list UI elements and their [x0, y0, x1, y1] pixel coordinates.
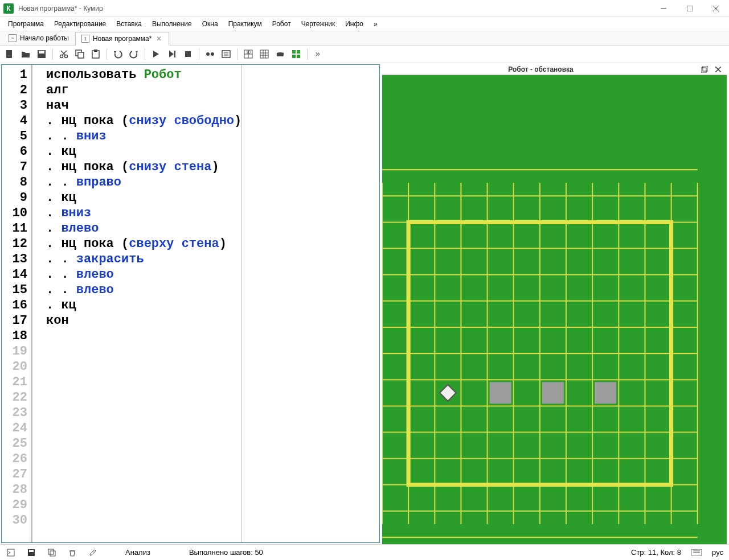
code-line[interactable]: . вниз [46, 205, 241, 221]
menu-программа[interactable]: Программа [3, 18, 48, 30]
code-line[interactable]: . . влево [46, 267, 241, 282]
line-number: 17 [2, 313, 27, 328]
line-number: 19 [2, 344, 27, 359]
sb-save-icon[interactable] [26, 547, 36, 558]
new-icon[interactable] [3, 48, 16, 60]
svg-rect-15 [174, 51, 175, 57]
toolbar-separator [52, 48, 53, 60]
menu-инфо[interactable]: Инфо [341, 18, 368, 30]
svg-point-18 [211, 52, 214, 56]
editor-section: 1234567891011121314151617181920212223242… [1, 64, 380, 543]
code-line[interactable]: . нц пока (сверху стена) [46, 236, 241, 252]
window-title: Новая программа* - Кумир [18, 5, 650, 13]
paste-icon[interactable] [89, 48, 102, 60]
status-steps: Выполнено шагов: 50 [189, 548, 263, 557]
maximize-button[interactable] [677, 0, 703, 17]
grid1-icon[interactable]: 10 [242, 48, 255, 60]
tab-Начало работы[interactable]: ~Начало работы [2, 31, 75, 45]
code-line[interactable]: кон [46, 313, 241, 328]
svg-point-17 [206, 52, 210, 56]
code-line[interactable]: . влево [46, 221, 241, 236]
menu-робот[interactable]: Робот [268, 18, 296, 30]
app-icon: К [3, 3, 14, 14]
code-line[interactable]: нач [46, 98, 241, 113]
line-number: 2 [2, 83, 27, 98]
menu-чертежник[interactable]: Чертежник [297, 18, 340, 30]
run-icon[interactable] [150, 48, 162, 60]
tab-Новая программа*[interactable]: 1Новая программа*✕ [75, 32, 170, 46]
code-line[interactable]: . кц [46, 144, 241, 159]
status-analysis: Анализ [125, 548, 150, 557]
menu-редактирование[interactable]: Редактирование [50, 18, 110, 30]
sb-keyboard-icon[interactable] [691, 547, 702, 558]
code-line[interactable]: . нц пока (снизу стена) [46, 159, 241, 175]
sb-edit-icon[interactable] [88, 547, 98, 558]
line-number: 12 [2, 236, 27, 252]
code-editor[interactable]: использовать Роботалгнач. нц пока (снизу… [32, 65, 242, 542]
toolbar-separator [199, 48, 199, 60]
sb-copy-icon[interactable] [47, 547, 57, 558]
open-icon[interactable] [19, 48, 32, 60]
menu-практикум[interactable]: Практикум [224, 18, 267, 30]
painted-cell [490, 382, 511, 403]
tab-icon: 1 [81, 35, 89, 43]
svg-rect-27 [260, 50, 268, 58]
code-line[interactable]: . нц пока (снизу свободно) [46, 113, 241, 129]
code-line[interactable]: . . влево [46, 282, 241, 298]
code-line[interactable]: . кц [46, 190, 241, 205]
code-line[interactable]: . . закрасить [46, 252, 241, 267]
minimize-button[interactable] [650, 0, 677, 17]
status-lang[interactable]: рус [712, 548, 723, 557]
undo-icon[interactable] [112, 48, 124, 60]
line-number: 27 [2, 467, 27, 482]
robot-panel: Робот - обстановка [382, 64, 727, 543]
robot-title: Робот - обстановка [386, 65, 696, 73]
code-line[interactable]: . . вниз [46, 129, 241, 144]
robot-field[interactable] [382, 75, 727, 544]
trace-icon[interactable] [220, 48, 232, 60]
cut-icon[interactable] [58, 48, 70, 60]
line-number: 6 [2, 144, 27, 159]
more-icon[interactable]: » [312, 48, 325, 60]
gamepad-icon[interactable] [274, 48, 286, 60]
redo-icon[interactable] [128, 48, 140, 60]
status-cursor: Стр: 11, Кол: 8 [631, 548, 681, 557]
svg-rect-12 [78, 52, 84, 58]
line-number: 4 [2, 113, 27, 129]
grid-plus-icon[interactable] [290, 48, 302, 60]
step-icon[interactable] [166, 48, 178, 60]
tab-label: Новая программа* [93, 35, 152, 43]
line-number: 18 [2, 328, 27, 344]
code-line[interactable]: алг [46, 83, 241, 98]
breakpoint-icon[interactable] [204, 48, 216, 60]
line-number: 21 [2, 374, 27, 390]
line-number: 14 [2, 267, 27, 282]
line-number: 13 [2, 252, 27, 267]
menu-»[interactable]: » [369, 18, 382, 30]
statusbar: Анализ Выполнено шагов: 50 Стр: 11, Кол:… [0, 544, 729, 560]
close-button[interactable] [703, 0, 729, 17]
svg-rect-69 [7, 549, 14, 556]
menu-выполнение[interactable]: Выполнение [148, 18, 196, 30]
code-line[interactable]: использовать Робот [46, 67, 241, 83]
menu-вставка[interactable]: Вставка [112, 18, 146, 30]
svg-rect-73 [50, 551, 55, 556]
copy-icon[interactable] [73, 48, 86, 60]
painted-cell [595, 382, 616, 403]
line-number: 16 [2, 298, 27, 313]
sb-terminal-icon[interactable] [6, 547, 16, 558]
tab-close-icon[interactable]: ✕ [155, 35, 163, 43]
robot-maximize-icon[interactable] [699, 64, 710, 75]
menu-окна[interactable]: Окна [198, 18, 223, 30]
code-line[interactable]: . кц [46, 298, 241, 313]
editor-side-pane [242, 65, 379, 542]
stop-icon[interactable] [182, 48, 194, 60]
code-line[interactable]: . . вправо [46, 175, 241, 190]
save-icon[interactable] [35, 48, 48, 60]
sb-delete-icon[interactable] [67, 547, 77, 558]
robot-close-icon[interactable] [713, 64, 723, 75]
line-number: 23 [2, 405, 27, 421]
svg-rect-36 [701, 68, 706, 73]
grid2-icon[interactable] [258, 48, 271, 60]
toolbar-separator [307, 48, 308, 60]
